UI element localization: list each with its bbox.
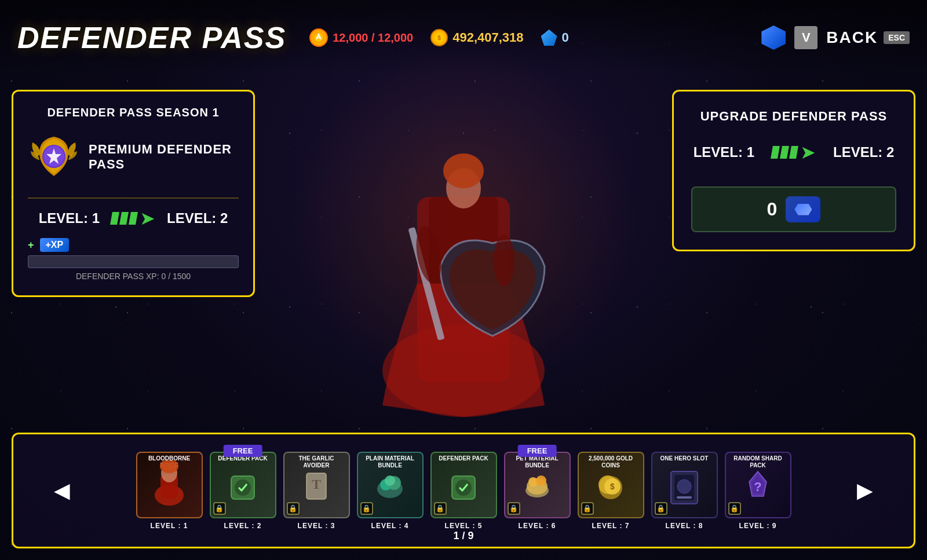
list-item[interactable]: FREE DEFENDER PACK 🔒 LEVEL : 2: [210, 452, 276, 530]
svg-text:T: T: [312, 477, 321, 492]
page-indicator: 1 / 9: [453, 530, 473, 542]
lock-icon-2: 🔒: [213, 502, 226, 515]
upgrade-tick-1: [771, 146, 780, 159]
lock-icon-9: 🔒: [728, 502, 741, 515]
level-badge-4: LEVEL : 4: [371, 522, 409, 530]
lock-icon-8: 🔒: [655, 502, 667, 515]
card-image-4: PLAIN MATERIAL BUNDLE 🔒: [357, 452, 424, 518]
list-item[interactable]: RANDOM SHARD PACK ? 🔒 LEVEL : 9: [725, 452, 791, 530]
gem-value: 0: [562, 30, 569, 45]
xp-stat: 12,000 / 12,000: [309, 28, 413, 47]
xp-progress-text: DEFENDER PASS XP: 0 / 1500: [28, 272, 239, 281]
level-badge-6: LEVEL : 6: [519, 522, 556, 530]
premium-label: PREMIUM DEFENDER PASS: [89, 142, 239, 172]
svg-text:?: ?: [754, 480, 761, 494]
carousel-prev-button[interactable]: ◀: [48, 473, 76, 508]
list-item[interactable]: PLAIN MATERIAL BUNDLE 🔒 LEVEL : 4: [357, 452, 424, 530]
free-badge-6: FREE: [518, 445, 557, 457]
card-image-9: RANDOM SHARD PACK ? 🔒: [725, 452, 791, 518]
level-to: LEVEL: 2: [167, 210, 228, 226]
xp-badge: +XP: [40, 238, 70, 252]
svg-text:$: $: [437, 35, 441, 41]
xp-icon: [309, 28, 328, 47]
xp-section: + +XP DEFENDER PASS XP: 0 / 1500: [28, 238, 239, 281]
xp-label-row: + +XP: [28, 238, 239, 252]
level-badge-8: LEVEL : 8: [666, 522, 703, 530]
currency-icon: [786, 196, 820, 222]
header-right: V BACK ESC: [761, 25, 910, 50]
list-item[interactable]: THE GARLIC AVOIDER T 🔒 LEVEL : 3: [283, 452, 350, 530]
free-badge-2: FREE: [224, 445, 262, 457]
level-badge-3: LEVEL : 3: [298, 522, 335, 530]
premium-shield-badge: [28, 131, 80, 183]
svg-point-38: [677, 480, 691, 493]
season-title: DEFENDER PASS SEASON 1: [28, 106, 239, 119]
xp-bar: [28, 255, 239, 268]
left-panel: DEFENDER PASS SEASON 1 PREMIUM DEFE: [12, 90, 255, 297]
upgrade-arrow-progress: ➤: [772, 141, 816, 163]
divider-1: [28, 197, 239, 199]
level-badge-2: LEVEL : 2: [224, 522, 262, 530]
upgrade-level-from: LEVEL: 1: [694, 144, 754, 160]
card-image-8: ONE HERO SLOT 🔒: [651, 452, 718, 518]
list-item[interactable]: 2,500,000 GOLD COINS $ 🔒 LEVEL : 7: [578, 452, 644, 530]
tick-2: [119, 212, 129, 225]
list-item[interactable]: DEFENDER PACK 🔒 LEVEL : 5: [430, 452, 497, 530]
premium-badge-row: PREMIUM DEFENDER PASS: [28, 131, 239, 183]
lock-icon-6: 🔒: [508, 502, 520, 515]
level-badge-1: LEVEL : 1: [151, 522, 188, 530]
header: DEFENDER PASS 12,000 / 12,000 $ 492,407,…: [0, 0, 927, 75]
list-item[interactable]: BLOODBORNE BRIDE LEVEL : 1: [136, 452, 203, 530]
tick-marks: [111, 212, 137, 225]
lock-icon-3: 🔒: [287, 502, 300, 515]
card-visual-1: [137, 453, 202, 517]
svg-text:$: $: [610, 482, 615, 491]
upgrade-tick-2: [780, 146, 789, 159]
xp-value: 12,000 / 12,000: [333, 31, 413, 45]
card-image-2: DEFENDER PACK 🔒: [210, 452, 276, 518]
gold-stat: $ 492,407,318: [430, 29, 523, 46]
card-image-3: THE GARLIC AVOIDER T 🔒: [283, 452, 350, 518]
upgrade-tick-3: [789, 146, 798, 159]
shield-header-icon: [761, 25, 786, 50]
card-image-7: 2,500,000 GOLD COINS $ 🔒: [578, 452, 644, 518]
back-button[interactable]: BACK ESC: [826, 28, 910, 47]
upgrade-tick-marks: [772, 146, 797, 159]
arrow-icon: ➤: [140, 207, 155, 229]
back-label: BACK: [826, 28, 878, 47]
card-image-5: DEFENDER PACK 🔒: [430, 452, 497, 518]
currency-display[interactable]: 0: [691, 186, 896, 232]
gold-value: 492,407,318: [452, 30, 523, 45]
carousel-next-button[interactable]: ▶: [851, 473, 879, 508]
upgrade-level-to: LEVEL: 2: [833, 144, 894, 160]
lock-icon-4: 🔒: [360, 502, 373, 515]
list-item[interactable]: ONE HERO SLOT 🔒 LEVEL : 8: [651, 452, 718, 530]
xp-plus: +: [28, 239, 34, 251]
right-panel: UPGRADE DEFENDER PASS LEVEL: 1 ➤ LEVEL: …: [672, 90, 915, 251]
upgrade-level-row: LEVEL: 1 ➤ LEVEL: 2: [691, 141, 896, 163]
svg-point-26: [455, 480, 472, 496]
level-badge-7: LEVEL : 7: [592, 522, 630, 530]
carousel-container: ◀ BLOODBORNE BRIDE LEVEL : 1: [48, 446, 879, 535]
upgrade-title: UPGRADE DEFENDER PASS: [691, 109, 896, 124]
upgrade-arrow-icon: ➤: [800, 141, 816, 163]
esc-badge: ESC: [884, 31, 910, 44]
svg-rect-37: [677, 496, 692, 499]
svg-point-30: [536, 475, 546, 486]
tick-1: [110, 212, 119, 225]
gem-stat: 0: [541, 30, 569, 46]
lock-icon-7: 🔒: [581, 502, 594, 515]
arrow-progress: ➤: [111, 207, 155, 229]
level-badge-9: LEVEL : 9: [739, 522, 777, 530]
gem-icon: [541, 30, 557, 46]
carousel-items: BLOODBORNE BRIDE LEVEL : 1 FREE: [85, 452, 842, 530]
bottom-panel: ◀ BLOODBORNE BRIDE LEVEL : 1: [12, 433, 915, 548]
list-item[interactable]: FREE PET MATERIAL BUNDLE 🔒 LEVEL : 6: [504, 452, 571, 530]
card-image-6: PET MATERIAL BUNDLE 🔒: [504, 452, 571, 518]
lock-icon-5: 🔒: [434, 502, 447, 515]
level-from: LEVEL: 1: [39, 210, 100, 226]
header-stats: 12,000 / 12,000 $ 492,407,318 0: [309, 28, 569, 47]
svg-point-18: [235, 480, 251, 496]
tick-3: [129, 212, 138, 225]
page-title: DEFENDER PASS: [17, 20, 286, 55]
